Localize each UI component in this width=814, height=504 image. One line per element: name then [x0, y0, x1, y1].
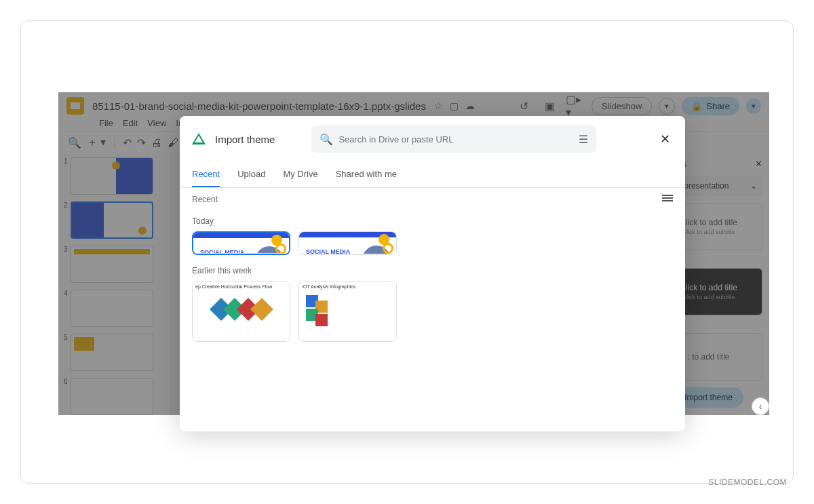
- file-card[interactable]: ep Creative Horizontal Process Flow 2256…: [192, 281, 290, 342]
- tab-shared[interactable]: Shared with me: [336, 162, 397, 187]
- pager-icon[interactable]: ‹: [752, 398, 769, 415]
- modal-body[interactable]: Today SOCIAL MEDIA BRAND KIT PRESENTATIO…: [180, 211, 685, 431]
- file-card[interactable]: SOCIAL MEDIA BRAND KIT PRESENTATION TEMP…: [192, 231, 290, 255]
- section-today: Today: [192, 216, 673, 226]
- file-card[interactable]: SOCIAL MEDIA BRAND KIT PRESENTATION TEMP…: [298, 231, 397, 255]
- modal-title: Import theme: [215, 134, 275, 145]
- file-card[interactable]: /OT Analysis Infographics Free SWOT Info…: [298, 281, 397, 342]
- drive-search[interactable]: 🔍 ☰: [311, 125, 596, 153]
- search-input[interactable]: [338, 134, 579, 144]
- tab-my-drive[interactable]: My Drive: [283, 162, 317, 187]
- file-preview: ep Creative Horizontal Process Flow: [193, 282, 290, 341]
- modal-subhead: Recent: [180, 188, 685, 211]
- subhead-label: Recent: [192, 195, 218, 204]
- file-preview: /OT Analysis Infographics: [299, 282, 396, 341]
- list-view-icon[interactable]: [662, 195, 673, 204]
- file-grid-today: SOCIAL MEDIA BRAND KIT PRESENTATION TEMP…: [192, 231, 673, 255]
- watermark: SLIDEMODEL.COM: [708, 478, 787, 487]
- file-preview: SOCIAL MEDIA BRAND KIT PRESENTATION TEMP…: [193, 233, 289, 254]
- drive-icon: [192, 133, 206, 145]
- section-earlier: Earlier this week: [192, 266, 673, 275]
- search-options-icon[interactable]: ☰: [579, 133, 588, 146]
- file-grid-earlier: ep Creative Horizontal Process Flow 2256…: [192, 281, 673, 342]
- close-modal-icon[interactable]: ✕: [657, 129, 673, 149]
- tab-upload[interactable]: Upload: [237, 162, 265, 187]
- search-icon: 🔍: [319, 133, 333, 146]
- modal-tabs: Recent Upload My Drive Shared with me: [180, 162, 685, 188]
- import-theme-modal: Import theme 🔍 ☰ ✕ Recent Upload My Driv…: [180, 116, 685, 431]
- tab-recent[interactable]: Recent: [192, 162, 220, 187]
- file-preview: SOCIAL MEDIA BRAND KIT PRESENTATION TEMP…: [299, 232, 396, 254]
- modal-header: Import theme 🔍 ☰ ✕: [180, 116, 685, 162]
- page-frame: 85115-01-brand-social-media-kit-powerpoi…: [20, 20, 794, 484]
